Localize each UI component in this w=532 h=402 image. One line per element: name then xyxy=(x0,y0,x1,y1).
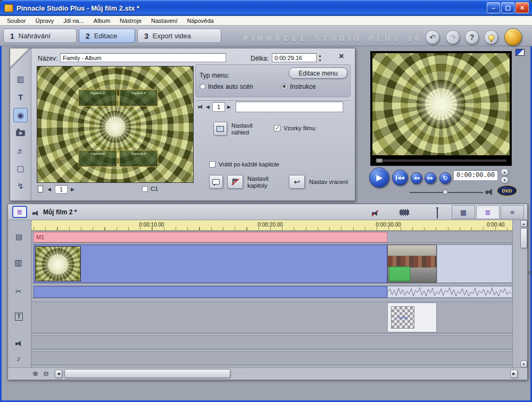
scroll-up-button[interactable]: ▲ xyxy=(520,220,527,227)
menu-next-arrow-icon[interactable]: → xyxy=(180,154,188,163)
fx-track-row[interactable] xyxy=(31,336,512,349)
tab-export-videa[interactable]: 3 Export videa xyxy=(137,29,221,43)
scrubber-track[interactable] xyxy=(376,160,506,162)
scrubber-thumb[interactable] xyxy=(376,158,383,163)
audio-clip-menu[interactable] xyxy=(34,286,387,298)
undo-button[interactable]: ↶ xyxy=(426,30,439,44)
tool-frame-grab-icon[interactable] xyxy=(13,126,28,140)
video-visibility-icon[interactable] xyxy=(528,271,532,274)
tool-scenes-icon[interactable]: ▥ xyxy=(13,72,28,86)
length-down-icon[interactable]: ▼ xyxy=(318,58,322,62)
video-track-icon[interactable]: ▥ xyxy=(14,257,22,267)
tool-disc-menu-icon[interactable]: ◉ xyxy=(13,108,28,122)
horizontal-scroll-thumb[interactable] xyxy=(64,369,230,378)
audio-track-icon[interactable]: ✂ xyxy=(15,287,22,296)
scroll-left-button[interactable]: ◀ xyxy=(55,370,62,378)
chapter-next-icon[interactable]: ▶ xyxy=(227,105,231,110)
close-toolbox-button[interactable]: × xyxy=(339,52,344,61)
scroll-down-button[interactable]: ▼ xyxy=(520,361,527,367)
zoom-in-icon[interactable]: ⊕ xyxy=(32,370,38,378)
title-clip[interactable]: Gedtac xyxy=(387,303,437,332)
play-button[interactable]: ▶ xyxy=(369,168,389,188)
auto-scene-index-radio[interactable] xyxy=(200,83,205,89)
return-after-chapter-checkbox[interactable] xyxy=(209,161,215,168)
menu-album[interactable]: Album xyxy=(89,16,115,25)
chapter-button[interactable]: Kapitola # xyxy=(119,150,158,167)
page-next-icon[interactable]: ▶ xyxy=(71,187,74,192)
page-number-box[interactable]: 1 xyxy=(55,185,68,194)
set-thumbnail-button[interactable] xyxy=(213,122,227,136)
minimize-button[interactable]: – xyxy=(487,2,500,13)
time-ruler[interactable]: 0:00 0:00:10.00 0:00:20.00 0:00:30.00 0:… xyxy=(8,220,520,231)
music-track-icon[interactable]: ♪ xyxy=(16,354,21,363)
set-return-button[interactable]: ↩ xyxy=(289,175,305,189)
redo-button[interactable]: ↷ xyxy=(446,30,460,44)
tool-pip-icon[interactable]: ▢ xyxy=(13,161,28,175)
tool-smartmovie-icon[interactable]: ♬ xyxy=(13,144,28,158)
current-view-icon[interactable]: ≣ xyxy=(12,206,27,218)
menu-name-input[interactable] xyxy=(60,53,226,62)
go-to-start-button[interactable]: ◀◀ xyxy=(392,170,408,186)
mute-icon[interactable] xyxy=(372,210,378,216)
menu-napoveda[interactable]: Nápověda xyxy=(182,16,219,25)
movie-audio-icon[interactable] xyxy=(32,210,39,216)
tool-titles-icon[interactable]: T xyxy=(13,90,28,104)
premium-offers-button[interactable] xyxy=(504,28,522,46)
comment-button[interactable] xyxy=(209,175,223,189)
video-clip-menu[interactable] xyxy=(34,245,387,283)
chapter-title-input[interactable] xyxy=(236,102,343,112)
storyboard-view-button[interactable]: ▦ xyxy=(452,205,475,219)
vertical-scroll-thumb[interactable] xyxy=(520,228,527,248)
menu-upravy[interactable]: Úpravy xyxy=(30,16,59,25)
menu-preview[interactable]: Kapitola # Kapitola # Kapitola # Kapitol… xyxy=(37,66,194,183)
maximize-button[interactable]: ▢ xyxy=(501,2,514,13)
c1-checkbox[interactable] xyxy=(142,186,148,192)
frame-forward-button[interactable]: ▶▶ xyxy=(425,172,436,184)
counter-up-button[interactable]: ▲ xyxy=(501,169,509,175)
menu-soubor[interactable]: Soubor xyxy=(2,16,30,25)
video-clip-tail[interactable] xyxy=(437,245,512,283)
tab-editace[interactable]: 2 Editace xyxy=(79,29,135,43)
tab-nahravani[interactable]: 1 Nahrávání xyxy=(3,29,77,43)
chapter-button[interactable]: Kapitola # xyxy=(78,89,117,106)
menu-clip[interactable]: M1 xyxy=(34,232,387,242)
music-track-row[interactable] xyxy=(31,351,512,365)
menu-jdi-na[interactable]: Jdi na... xyxy=(59,16,89,25)
chapter-button[interactable]: Kapitola # xyxy=(119,89,158,106)
vertical-scrollbar[interactable]: ▲ ▼ xyxy=(520,220,527,367)
speaker-icon[interactable] xyxy=(486,188,493,196)
title-track-row[interactable] xyxy=(31,302,512,333)
scroll-right-button[interactable]: ▶ xyxy=(510,370,518,378)
close-button[interactable]: × xyxy=(516,2,529,13)
fx-track-icon[interactable] xyxy=(15,340,22,347)
remove-chapter-button[interactable] xyxy=(227,175,243,189)
page-fold-corner[interactable] xyxy=(10,48,29,67)
dvd-badge[interactable]: DVD xyxy=(497,185,517,196)
motion-thumbnails-checkbox[interactable] xyxy=(274,125,280,131)
title-track-icon[interactable]: T xyxy=(15,313,23,321)
video-clip-photo[interactable] xyxy=(387,245,437,283)
player-mode-toggle[interactable] xyxy=(516,49,525,56)
text-view-button[interactable]: ≡ xyxy=(501,205,524,219)
instructions-radio[interactable] xyxy=(281,83,287,89)
menu-track-icon[interactable]: ▤ xyxy=(15,232,22,241)
length-up-icon[interactable]: ▲ xyxy=(318,54,322,57)
frame-back-button[interactable]: ◀◀ xyxy=(411,172,422,184)
chapter-button[interactable]: Kapitola # xyxy=(78,150,117,167)
zoom-out-icon[interactable]: ⊖ xyxy=(43,370,49,378)
menu-prev-arrow-icon[interactable]: ← xyxy=(57,154,65,163)
volume-slider-thumb[interactable] xyxy=(443,189,448,195)
timeline-view-button[interactable]: ≣ xyxy=(476,205,500,219)
chapter-number-box[interactable]: 1 xyxy=(212,102,225,112)
tool-audio-icon[interactable]: ↯ xyxy=(13,179,28,193)
counter-down-button[interactable]: ▼ xyxy=(501,177,509,183)
film-frame-icon[interactable] xyxy=(400,209,409,216)
help-button[interactable]: ? xyxy=(465,30,479,44)
title-bar[interactable]: Pinnacle Studio Plus - Můj film 2.stx * … xyxy=(0,0,532,16)
menu-nastroje[interactable]: Nástroje xyxy=(115,16,146,25)
length-input[interactable] xyxy=(272,53,317,62)
chapter-prev-icon[interactable]: ◀ xyxy=(206,105,210,110)
trash-icon[interactable] xyxy=(437,208,438,219)
edit-menu-button[interactable]: Editace menu xyxy=(289,68,347,79)
menu-nastaveni[interactable]: Nastavení xyxy=(146,16,182,25)
